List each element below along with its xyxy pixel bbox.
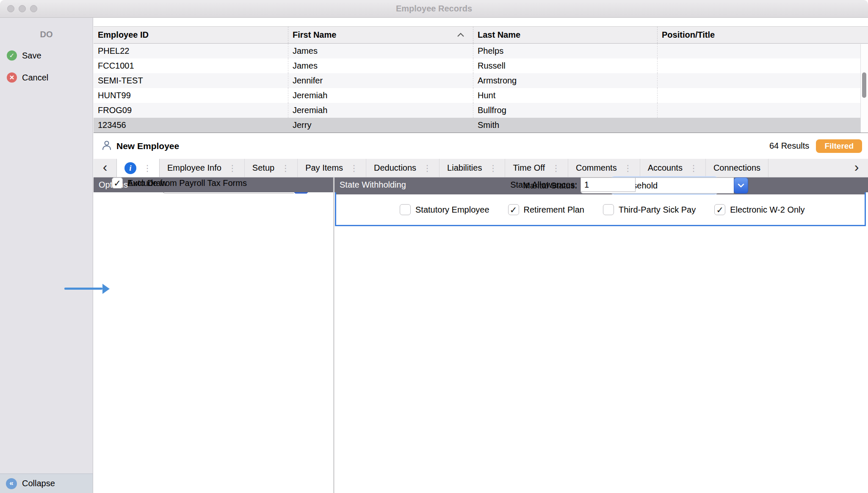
tab-grip-icon xyxy=(281,163,290,173)
cell-first-name: James xyxy=(288,44,473,58)
sort-ascending-icon xyxy=(457,33,464,37)
table-row-selected[interactable]: 123456 Jerry Smith xyxy=(94,118,868,133)
window-title: Employee Records xyxy=(0,0,868,17)
tab-label: Pay Items xyxy=(305,163,343,173)
table-row[interactable]: PHEL22 James Phelps xyxy=(94,44,868,58)
table-body: PHEL22 James Phelps FCC1001 James Russel… xyxy=(94,44,868,133)
save-check-icon xyxy=(7,50,17,61)
tab-label: Connections xyxy=(713,163,760,173)
chevron-left-icon: ‹ xyxy=(103,160,108,174)
table-row[interactable]: FROG09 Jeremiah Bullfrog xyxy=(94,103,868,118)
dropdown-button[interactable] xyxy=(734,177,748,194)
annotation-arrow-head xyxy=(102,284,110,294)
cancel-button[interactable]: Cancel xyxy=(7,71,48,84)
retirement-plan-checkbox-row: Retirement Plan xyxy=(508,204,584,215)
tab-connections[interactable]: Connections xyxy=(706,159,768,177)
sidebar-header: DO xyxy=(0,30,93,39)
state-allowances-input[interactable] xyxy=(581,177,636,192)
tab-employee-info[interactable]: Employee Info xyxy=(160,159,245,177)
cell-last-name: Armstrong xyxy=(473,73,658,88)
employee-records-window: Employee Records DO Save Cancel Collapse… xyxy=(0,0,868,493)
table-row[interactable]: FCC1001 James Russell xyxy=(94,58,868,73)
w2-checkbox-row: Statutory Employee Retirement Plan Third… xyxy=(336,194,865,225)
column-header-label: Employee ID xyxy=(98,30,149,40)
scrollbar-thumb[interactable] xyxy=(862,72,866,98)
titlebar: Employee Records xyxy=(0,0,868,18)
cell-first-name: Jerry xyxy=(288,118,473,133)
tab-grip-icon xyxy=(143,163,152,173)
checkbox-label: Electronic W-2 Only xyxy=(730,205,804,215)
tab-bar: ‹ i Employee Info Setup Pay Items Deduct… xyxy=(94,159,868,177)
cell-last-name: Smith xyxy=(473,118,658,133)
chevron-right-icon: › xyxy=(854,160,859,174)
tab-label: Liabilities xyxy=(447,163,482,173)
checkbox-label: Retirement Plan xyxy=(524,205,584,215)
statutory-employee-checkbox[interactable] xyxy=(400,204,411,215)
checkbox-label: Third-Party Sick Pay xyxy=(619,205,696,215)
scroll-tabs-left-button[interactable]: ‹ xyxy=(94,159,116,177)
column-header-first-name[interactable]: First Name xyxy=(288,27,473,43)
cell-last-name: Bullfrog xyxy=(473,103,658,118)
close-button[interactable] xyxy=(7,5,14,12)
cell-employee-id: PHEL22 xyxy=(94,44,288,58)
tab-accounts[interactable]: Accounts xyxy=(640,159,706,177)
cell-first-name: James xyxy=(288,58,473,73)
cell-position xyxy=(658,44,868,58)
column-header-position-title[interactable]: Position/Title xyxy=(658,27,868,43)
cell-last-name: Russell xyxy=(473,58,658,73)
record-title: New Employee xyxy=(116,141,179,151)
filtered-badge[interactable]: Filtered xyxy=(816,139,862,153)
employee-table: Employee ID First Name Last Name Positio… xyxy=(94,26,868,133)
tab-grip-icon xyxy=(689,163,698,173)
tab-time-off[interactable]: Time Off xyxy=(505,159,568,177)
minimize-button[interactable] xyxy=(19,5,26,12)
tab-grip-icon xyxy=(423,163,431,173)
electronic-w2-only-checkbox[interactable] xyxy=(714,204,725,215)
third-party-sick-pay-checkbox-row: Third-Party Sick Pay xyxy=(603,204,696,215)
cell-first-name: Jennifer xyxy=(288,73,473,88)
statutory-employee-checkbox-row: Statutory Employee xyxy=(400,204,489,215)
tab-comments[interactable]: Comments xyxy=(568,159,640,177)
cell-position xyxy=(658,73,868,88)
tab-liabilities[interactable]: Liabilities xyxy=(440,159,505,177)
cell-employee-id: SEMI-TEST xyxy=(94,73,288,88)
checkbox-label: Auto Draw xyxy=(127,178,167,188)
tab-setup[interactable]: Setup xyxy=(245,159,298,177)
cell-position xyxy=(658,88,868,103)
collapse-button[interactable]: Collapse xyxy=(0,474,93,493)
state-allowances-label: State Allowances: xyxy=(334,180,577,190)
tab-deductions[interactable]: Deductions xyxy=(366,159,440,177)
collapse-label: Collapse xyxy=(22,479,55,488)
new-employee-icon xyxy=(101,140,112,152)
table-row[interactable]: SEMI-TEST Jennifer Armstrong xyxy=(94,73,868,88)
save-button[interactable]: Save xyxy=(7,49,41,62)
tab-pay-items[interactable]: Pay Items xyxy=(298,159,366,177)
column-header-last-name[interactable]: Last Name xyxy=(473,27,658,43)
save-label: Save xyxy=(22,51,41,61)
auto-draw-checkbox-row: Auto Draw xyxy=(112,177,167,188)
table-scrollbar[interactable] xyxy=(860,44,868,133)
auto-draw-checkbox[interactable] xyxy=(112,177,123,188)
column-header-employee-id[interactable]: Employee ID xyxy=(94,27,288,43)
column-header-label: Last Name xyxy=(478,30,520,40)
column-header-label: Position/Title xyxy=(662,30,715,40)
table-row[interactable]: HUNT99 Jeremiah Hunt xyxy=(94,88,868,103)
tab-grip-icon xyxy=(228,163,237,173)
tab-label: Setup xyxy=(252,163,274,173)
scroll-tabs-right-button[interactable]: › xyxy=(845,159,868,177)
retirement-plan-checkbox[interactable] xyxy=(508,204,519,215)
tab-info-selected[interactable]: i xyxy=(116,159,160,177)
zoom-button[interactable] xyxy=(30,5,37,12)
column-divider xyxy=(334,177,334,493)
tab-label: Deductions xyxy=(374,163,416,173)
tab-grip-icon xyxy=(624,163,632,173)
cell-last-name: Phelps xyxy=(473,44,658,58)
tab-label: Accounts xyxy=(648,163,683,173)
cell-first-name: Jeremiah xyxy=(288,103,473,118)
cell-employee-id: FROG09 xyxy=(94,103,288,118)
sidebar: DO Save Cancel Collapse xyxy=(0,18,93,493)
cell-first-name: Jeremiah xyxy=(288,88,473,103)
cell-last-name: Hunt xyxy=(473,88,658,103)
third-party-sick-pay-checkbox[interactable] xyxy=(603,204,614,215)
checkbox-label: Statutory Employee xyxy=(415,205,489,215)
